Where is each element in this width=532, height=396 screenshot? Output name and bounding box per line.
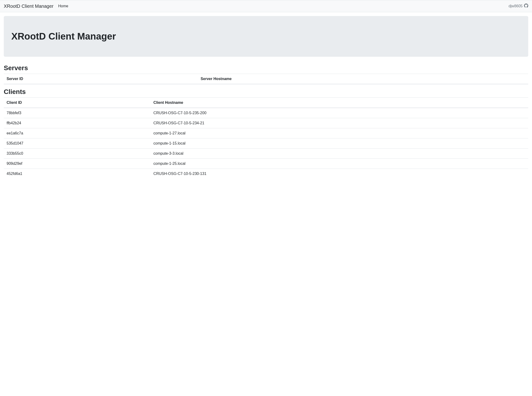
client-hostname-cell: compute-1-27.local	[151, 128, 528, 139]
client-hostname-cell: compute-1-15.local	[151, 139, 528, 149]
client-id-cell: 452fd6a1	[4, 169, 151, 179]
username-link[interactable]: djw8605	[509, 4, 523, 8]
client-hostname-cell: compute-3-3.local	[151, 149, 528, 159]
navbar-left: XRootD Client Manager Home	[4, 2, 68, 10]
table-row: 333b55c0compute-3-3.local	[4, 149, 528, 159]
client-hostname-cell: CRUSH-OSG-C7-10-5-234-21	[151, 118, 528, 128]
servers-col-id: Server ID	[4, 74, 198, 84]
table-row: ffb42b24CRUSH-OSG-C7-10-5-234-21	[4, 118, 528, 128]
page-title: XRootD Client Manager	[11, 31, 521, 42]
client-id-cell: ee1a6c7a	[4, 128, 151, 139]
clients-heading: Clients	[4, 88, 528, 96]
clients-header-row: Client ID Client Hostname	[4, 98, 528, 108]
jumbotron: XRootD Client Manager	[4, 16, 528, 57]
navbar-right: djw8605	[509, 4, 528, 9]
servers-header-row: Server ID Server Hostname	[4, 74, 528, 84]
brand-link[interactable]: XRootD Client Manager	[4, 4, 53, 9]
table-row: ee1a6c7acompute-1-27.local	[4, 128, 528, 139]
client-hostname-cell: compute-1-25.local	[151, 159, 528, 169]
navbar: XRootD Client Manager Home djw8605	[0, 0, 532, 12]
clients-col-id: Client ID	[4, 98, 151, 108]
client-id-cell: ffb42b24	[4, 118, 151, 128]
servers-col-hostname: Server Hostname	[198, 74, 528, 84]
content: XRootD Client Manager Servers Server ID …	[0, 12, 532, 186]
clients-table: Client ID Client Hostname 78bbfef3CRUSH-…	[4, 98, 528, 179]
client-hostname-cell: CRUSH-OSG-C7-10-5-230-131	[151, 169, 528, 179]
table-row: 535d1047compute-1-15.local	[4, 139, 528, 149]
clients-col-hostname: Client Hostname	[151, 98, 528, 108]
client-hostname-cell: CRUSH-OSG-C7-10-5-235-200	[151, 108, 528, 118]
client-id-cell: 535d1047	[4, 139, 151, 149]
client-id-cell: 78bbfef3	[4, 108, 151, 118]
table-row: 78bbfef3CRUSH-OSG-C7-10-5-235-200	[4, 108, 528, 118]
client-id-cell: 333b55c0	[4, 149, 151, 159]
home-link[interactable]: Home	[58, 2, 68, 10]
servers-heading: Servers	[4, 64, 528, 72]
github-icon[interactable]	[524, 4, 528, 9]
client-id-cell: 909d29ef	[4, 159, 151, 169]
servers-table: Server ID Server Hostname	[4, 74, 528, 84]
table-row: 909d29efcompute-1-25.local	[4, 159, 528, 169]
table-row: 452fd6a1CRUSH-OSG-C7-10-5-230-131	[4, 169, 528, 179]
